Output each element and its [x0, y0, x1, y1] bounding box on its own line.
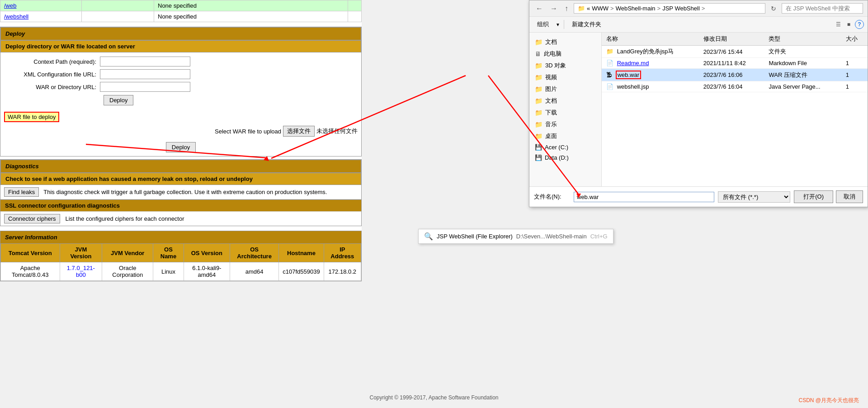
context-path-input[interactable] — [100, 57, 190, 66]
file-name-landgrey: 📁 LandGrey的免杀jsp马 — [602, 46, 699, 58]
war-url-row: WAR or Directory URL: — [0, 81, 361, 93]
new-folder-button[interactable]: 新建文件夹 — [568, 19, 605, 30]
jvm-version-link[interactable]: 1.7.0_121-b00 — [67, 265, 95, 278]
file-explorer-window: ← → ↑ 📁 « WWW > WebShell-main > JSP WebS… — [529, 0, 868, 207]
filename-input[interactable] — [574, 192, 714, 202]
sidebar-item-video[interactable]: 📁 视频 — [529, 71, 601, 83]
file-date-webwar: 2023/7/6 16:06 — [699, 69, 764, 81]
quick-access-bar[interactable]: 🔍 JSP WebShell (File Explorer) D:\Seven.… — [418, 229, 613, 244]
os-name-cell: Linux — [153, 262, 184, 281]
sidebar-label-desktop: 桌面 — [545, 132, 557, 140]
xml-config-input[interactable] — [100, 69, 190, 79]
sidebar-item-music[interactable]: 📁 音乐 — [529, 119, 601, 130]
sidebar-label-music: 音乐 — [545, 120, 557, 128]
folder-icon: 📁 — [535, 38, 542, 46]
file-row-landgrey[interactable]: 📁 LandGrey的免杀jsp马 2023/7/6 15:44 文件夹 — [602, 46, 868, 58]
quick-access-shortcut: Ctrl+G — [590, 233, 608, 240]
sidebar-item-docs2[interactable]: 📁 文档 — [529, 95, 601, 107]
breadcrumb-icon: 📁 — [578, 5, 585, 12]
jvm-vendor-cell: Oracle Corporation — [102, 262, 153, 281]
open-button[interactable]: 打开(O) — [794, 190, 833, 203]
sidebar-item-desktop[interactable]: 📁 桌面 — [529, 130, 601, 142]
files-table-header: 名称 修改日期 类型 大小 — [602, 33, 868, 46]
table-header-row: Tomcat Version JVM Version JVM Vendor OS… — [1, 244, 361, 262]
breadcrumb-webshell-main[interactable]: WebShell-main — [616, 5, 656, 12]
sidebar-label-pc: 此电脑 — [544, 50, 561, 58]
cancel-button[interactable]: 取消 — [836, 190, 863, 203]
sidebar-item-d-drive[interactable]: 💾 Data (D:) — [529, 152, 601, 163]
help-button[interactable]: ? — [855, 20, 864, 29]
explorer-bottom: 文件名(N): 所有文件 (*.*) 打开(O) 取消 — [529, 186, 868, 207]
no-file-text: 未选择任何文件 — [316, 127, 358, 135]
refresh-button[interactable]: ↻ — [769, 4, 778, 13]
quick-access-label: JSP WebShell (File Explorer) — [437, 233, 513, 240]
col-date[interactable]: 修改日期 — [699, 33, 764, 46]
folder-file-icon: 📁 — [606, 48, 613, 55]
view-details-button[interactable]: ■ — [845, 20, 852, 28]
sidebar-label-video: 视频 — [545, 73, 557, 81]
path-link-web[interactable]: /web — [4, 2, 16, 9]
file-date-landgrey: 2023/7/6 15:44 — [699, 46, 764, 58]
select-war-row: Select WAR file to upload 选择文件 未选择任何文件 — [0, 124, 361, 138]
deploy-button-2[interactable]: Deploy — [166, 142, 196, 152]
col-name[interactable]: 名称 — [602, 33, 699, 46]
table-row: /web None specified — [0, 0, 362, 11]
col-jvm-version: JVM Version — [60, 244, 102, 262]
view-list-button[interactable]: ☰ — [834, 20, 843, 28]
sidebar-item-pc[interactable]: 🖥 此电脑 — [529, 48, 601, 60]
filename-label: 文件名(N): — [534, 193, 570, 201]
sidebar-item-3d[interactable]: 📁 3D 对象 — [529, 60, 601, 71]
deploy-section-header: Deploy — [0, 27, 361, 40]
sidebar-item-download[interactable]: 📁 下载 — [529, 107, 601, 119]
breadcrumb-jsp-webshell[interactable]: JSP WebShell — [662, 5, 700, 12]
toolbar-separator — [564, 20, 564, 29]
connector-row: Connector ciphers List the configured ci… — [0, 211, 361, 226]
folder-icon-video: 📁 — [535, 74, 542, 81]
tomcat-version-cell: Apache Tomcat/8.0.43 — [1, 262, 60, 281]
choose-file-button[interactable]: 选择文件 — [283, 126, 315, 137]
war-file-label: WAR file to deploy — [4, 112, 59, 122]
col-type[interactable]: 类型 — [764, 33, 841, 46]
sidebar-item-c-drive[interactable]: 💾 Acer (C:) — [529, 142, 601, 152]
back-button[interactable]: ← — [534, 4, 545, 14]
os-arch-cell: amd64 — [230, 262, 278, 281]
search-input[interactable] — [782, 3, 863, 14]
jvm-version-cell: 1.7.0_121-b00 — [60, 262, 102, 281]
file-row-webwar[interactable]: 🗜 web.war 2023/7/6 16:06 WAR 压缩文件 1 — [602, 69, 868, 81]
os-version-cell: 6.1.0-kali9-amd64 — [184, 262, 230, 281]
file-row-webshell[interactable]: 📄 webshell.jsp 2023/7/6 16:04 Java Serve… — [602, 81, 868, 92]
toolbar-dropdown-icon: ▼ — [556, 22, 560, 27]
war-url-input[interactable] — [100, 82, 190, 92]
find-leaks-row: Find leaks This diagnostic check will tr… — [0, 185, 361, 199]
connector-ciphers-button[interactable]: Connector ciphers — [4, 214, 60, 223]
deploy-subheader: Deploy directory or WAR file located on … — [0, 40, 361, 52]
file-date-readme: 2021/11/11 8:42 — [699, 58, 764, 69]
file-type-landgrey: 文件夹 — [764, 46, 841, 58]
breadcrumb-sep2: > — [657, 5, 661, 12]
col-jvm-vendor: JVM Vendor — [102, 244, 153, 262]
filetype-select[interactable]: 所有文件 (*.*) — [718, 191, 790, 203]
context-path-row: Context Path (required): — [0, 55, 361, 68]
organize-button[interactable]: 组织 — [533, 19, 553, 30]
forward-button[interactable]: → — [548, 4, 559, 14]
path-link-webshell[interactable]: /webshell — [4, 13, 28, 20]
up-button[interactable]: ↑ — [563, 4, 570, 14]
footer-credit: CSDN @月亮今天也很亮 — [798, 397, 859, 404]
sidebar-item-pics[interactable]: 📁 图片 — [529, 83, 601, 95]
find-leaks-button[interactable]: Find leaks — [4, 187, 39, 197]
sidebar-item-docs[interactable]: 📁 文档 — [529, 36, 601, 48]
folder-icon-download: 📁 — [535, 109, 542, 116]
col-ip: IP Address — [324, 244, 361, 262]
sidebar-label-3d: 3D 对象 — [545, 62, 566, 70]
breadcrumb-www-label[interactable]: WWW — [592, 5, 609, 12]
file-list-area: 名称 修改日期 类型 大小 📁 LandGrey的免杀jsp马 2023/7/6… — [602, 33, 868, 186]
drive-icon-d: 💾 — [535, 154, 542, 161]
col-os-version: OS Version — [184, 244, 230, 262]
server-info-header: Server Information — [0, 231, 361, 243]
sidebar-label-pics: 图片 — [545, 85, 557, 93]
deploy-button-1[interactable]: Deploy — [104, 95, 133, 105]
explorer-titlebar: ← → ↑ 📁 « WWW > WebShell-main > JSP WebS… — [529, 0, 868, 17]
file-row-readme[interactable]: 📄 Readme.md 2021/11/11 8:42 Markdown Fil… — [602, 58, 868, 69]
war-file-icon: 🗜 — [606, 71, 612, 78]
col-size[interactable]: 大小 — [841, 33, 868, 46]
